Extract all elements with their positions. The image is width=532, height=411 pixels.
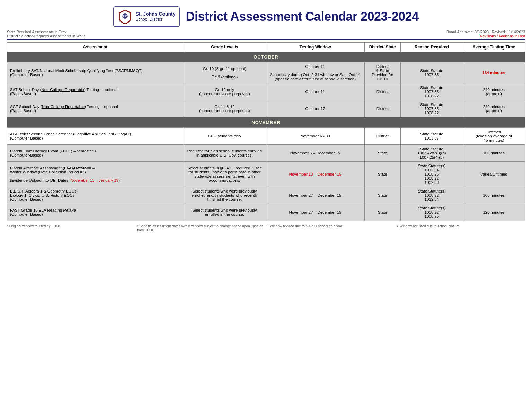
time-act: 240 minutes(approx.) xyxy=(463,100,525,117)
section-november: NOVEMBER xyxy=(7,117,525,128)
window-psat: October 11School day during Oct. 2-31 wi… xyxy=(266,62,364,83)
window-cogat: November 6 - 30 xyxy=(266,128,364,145)
reason-fast-ela: State Statute(s)1008.221008.25 xyxy=(401,204,463,221)
assessment-fcle: Florida Civic Literacy Exam (FCLE) – sem… xyxy=(7,145,183,162)
district-assessments-note: District Selected/Required Assessments i… xyxy=(7,34,86,38)
diststate-best-eoc: State xyxy=(364,187,401,204)
col-header-grade: Grade Level/s xyxy=(183,43,266,52)
table-row: Preliminary SAT/National Merit Scholarsh… xyxy=(7,62,525,83)
header: SJC St. Johns County School District Dis… xyxy=(7,6,525,27)
diststate-act: District xyxy=(364,100,401,117)
main-title: District Assessment Calendar 2023-2024 xyxy=(186,9,419,24)
svg-text:SJC: SJC xyxy=(122,15,128,18)
reason-cogat: State Statute1003.57 xyxy=(401,128,463,145)
school-name: School District xyxy=(135,17,175,22)
table-row: FAST Grade 10 ELA Reading Retake(Compute… xyxy=(7,204,525,221)
reason-psat: State Statute1007.35 xyxy=(401,62,463,83)
window-best-eoc: November 27 – December 15 xyxy=(266,187,364,204)
time-fcle: 160 minutes xyxy=(463,145,525,162)
col-header-assessment: Assessment xyxy=(7,43,183,52)
col-header-reason: Reason Required xyxy=(401,43,463,52)
reason-best-eoc: State Statute(s)1008.221012.34 xyxy=(401,187,463,204)
header-divider xyxy=(7,39,525,40)
section-october-label: OCTOBER xyxy=(7,52,525,62)
diststate-sat: District xyxy=(364,83,401,100)
assessment-faa: Florida Alternate Assessment (FAA)-Dataf… xyxy=(7,162,183,187)
time-faa: Varies/Untimed xyxy=(463,162,525,187)
grade-fast-ela: Select students who were previously enro… xyxy=(183,204,266,221)
window-fcle: November 6 – December 15 xyxy=(266,145,364,162)
col-header-diststate: District/ State xyxy=(364,43,401,52)
table-row: Florida Alternate Assessment (FAA)-Dataf… xyxy=(7,162,525,187)
footer-note1: * Original window revised by FDOE xyxy=(7,224,135,232)
col-header-window: Testing Window xyxy=(266,43,364,52)
table-row: ACT School Day (Non-College Reportable) … xyxy=(7,100,525,117)
reason-fcle: State Statute1003.4282(3)(d)1007.25(4)(b… xyxy=(401,145,463,162)
diststate-fast-ela: State xyxy=(364,204,401,221)
school-logo-icon: SJC xyxy=(117,9,133,24)
left-notes: State Required Assessments in Grey Distr… xyxy=(7,30,86,38)
time-sat: 240 minutes(approx.) xyxy=(463,83,525,100)
col-header-time: Average Testing Time xyxy=(463,43,525,52)
footer-note2: ^ Specific assessment dates within windo… xyxy=(137,224,265,232)
right-notes: Board Approved: 8/8/2023 | Revised: 11/1… xyxy=(446,30,525,38)
logo-box: SJC St. Johns County School District xyxy=(113,6,179,27)
time-psat: 134 minutes xyxy=(463,62,525,83)
window-sat: October 11 xyxy=(266,83,364,100)
table-row: All-District Second Grade Screener (Cogn… xyxy=(7,128,525,145)
grade-sat: Gr. 12 only(concordant score purposes) xyxy=(183,83,266,100)
grade-best-eoc: Select students who were previously enro… xyxy=(183,187,266,204)
board-approved-note: Board Approved: 8/8/2023 | Revised: 11/1… xyxy=(446,30,525,34)
assessment-act: ACT School Day (Non-College Reportable) … xyxy=(7,100,183,117)
window-faa: November 13 – December 15 xyxy=(266,162,364,187)
window-act: October 17 xyxy=(266,100,364,117)
sub-header: State Required Assessments in Grey Distr… xyxy=(7,30,525,38)
table-row: SAT School Day (Non-College Reportable) … xyxy=(7,83,525,100)
diststate-psat: District& StateProvided forGr. 10 xyxy=(364,62,401,83)
grade-faa: Select students in gr. 3-12, required. U… xyxy=(183,162,266,187)
revisions-note: Revisions / Additions in Red xyxy=(446,34,525,38)
section-november-label: NOVEMBER xyxy=(7,117,525,128)
table-row: B.E.S.T. Algebra 1 & Geometry EOCsBiolog… xyxy=(7,187,525,204)
grade-cogat: Gr. 2 students only xyxy=(183,128,266,145)
table-header-row: Assessment Grade Level/s Testing Window … xyxy=(7,43,525,52)
grade-psat: Gr. 10 (& gr. 11 optional)Gr. 9 (optiona… xyxy=(183,62,266,83)
assessment-psat: Preliminary SAT/National Merit Scholarsh… xyxy=(7,62,183,83)
assessment-sat: SAT School Day (Non-College Reportable) … xyxy=(7,83,183,100)
assessment-table: Assessment Grade Level/s Testing Window … xyxy=(7,42,525,221)
assessment-best-eoc: B.E.S.T. Algebra 1 & Geometry EOCsBiolog… xyxy=(7,187,183,204)
diststate-fcle: State xyxy=(364,145,401,162)
page: SJC St. Johns County School District Dis… xyxy=(0,0,532,237)
reason-act: State Statute1007.351008.22 xyxy=(401,100,463,117)
window-fast-ela: November 27 – December 15 xyxy=(266,204,364,221)
assessment-fast-ela: FAST Grade 10 ELA Reading Retake(Compute… xyxy=(7,204,183,221)
time-best-eoc: 160 minutes xyxy=(463,187,525,204)
footer-note3: ~ Window revised due to SJCSD school cal… xyxy=(267,224,395,232)
state-assessments-note: State Required Assessments in Grey xyxy=(7,30,86,34)
grade-fcle: Required for high school students enroll… xyxy=(183,145,266,162)
district-name: St. Johns County xyxy=(135,11,175,17)
logo-text: St. Johns County School District xyxy=(135,11,175,22)
section-october: OCTOBER xyxy=(7,52,525,62)
assessment-cogat: All-District Second Grade Screener (Cogn… xyxy=(7,128,183,145)
diststate-faa: State xyxy=(364,162,401,187)
time-cogat: Untimed(takes an average of45 minutes) xyxy=(463,128,525,145)
diststate-cogat: District xyxy=(364,128,401,145)
reason-sat: State Statute1007.351008.22 xyxy=(401,83,463,100)
footer-note4: < Window adjusted due to school closure xyxy=(397,224,525,232)
grade-act: Gr. 11 & 12(concordant score purposes) xyxy=(183,100,266,117)
time-fast-ela: 120 minutes xyxy=(463,204,525,221)
footer: * Original window revised by FDOE ^ Spec… xyxy=(7,224,525,232)
table-row: Florida Civic Literacy Exam (FCLE) – sem… xyxy=(7,145,525,162)
reason-faa: State Statute(s)1012.341008.251008.22100… xyxy=(401,162,463,187)
